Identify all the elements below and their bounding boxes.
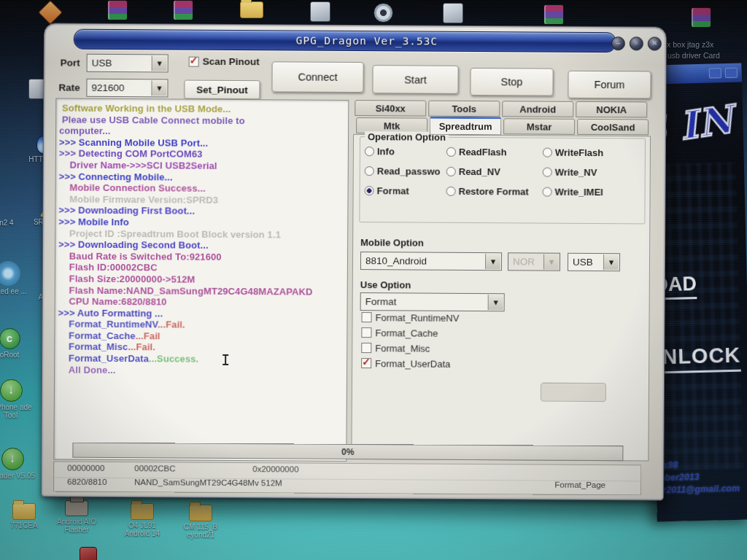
- radio-dot: [365, 147, 374, 156]
- nor-value: NOR: [513, 256, 535, 267]
- desktop-icon-label: CM 115_B eyond21: [177, 523, 225, 539]
- stop-button[interactable]: Stop: [470, 68, 553, 96]
- radio-write-imei[interactable]: Write_IMEI: [543, 187, 639, 198]
- desktop-icon[interactable]: [228, 1, 276, 18]
- minimize-button[interactable]: –: [611, 36, 625, 50]
- desktop-icon-dloader-v5-05[interactable]: ↓dloader V5.05: [0, 448, 36, 480]
- chevron-down-icon[interactable]: ▾: [151, 80, 166, 96]
- desktop-icon-bin2-4[interactable]: bin2 4: [0, 216, 28, 227]
- download-icon: ↓: [0, 379, 23, 402]
- use-option-select[interactable]: Format ▾: [360, 292, 505, 311]
- desktop-icon[interactable]: [159, 0, 207, 20]
- poster-footer-line: her2011@gmail.com: [652, 483, 740, 496]
- tab-coolsand[interactable]: CoolSand: [577, 119, 649, 136]
- checkbox-box[interactable]: [361, 343, 371, 353]
- radio-format[interactable]: Format: [365, 185, 446, 197]
- rar-icon: [107, 0, 128, 20]
- desktop-icon[interactable]: [26, 1, 74, 23]
- chevron-down-icon[interactable]: ▾: [488, 295, 503, 310]
- desktop-icon[interactable]: [530, 4, 578, 25]
- radio-label: ReadFlash: [459, 147, 507, 158]
- poster-footer-text: ons98ember2013her2011@gmail.com: [651, 459, 740, 496]
- chevron-down-icon[interactable]: ▾: [485, 254, 500, 269]
- desktop-icon[interactable]: [93, 0, 142, 20]
- checkbox-box[interactable]: [361, 358, 371, 368]
- tab-android[interactable]: Android: [502, 101, 573, 117]
- radio-info[interactable]: Info: [365, 146, 446, 158]
- radio-writeflash[interactable]: WriteFlash: [543, 147, 639, 159]
- radio-dot: [446, 167, 456, 176]
- desktop-icon[interactable]: [64, 547, 112, 560]
- desktop-icon[interactable]: [677, 7, 725, 28]
- log-text: >>> Downloading Second Boot...: [58, 239, 209, 251]
- tab-nokia[interactable]: NOKIA: [576, 101, 647, 118]
- radio-write-nv[interactable]: Write_NV: [543, 167, 639, 179]
- window-controls: – ▫ ✕: [611, 36, 662, 50]
- tab-spreadtrum[interactable]: Spreadtrum: [430, 117, 501, 136]
- desktop-icon-acked-ee-[interactable]: acked ee ...: [0, 261, 32, 295]
- disabled-action-button: [541, 383, 606, 402]
- log-output[interactable]: Software Working in the USB Mode... Plea…: [53, 98, 349, 461]
- tab-si40xx[interactable]: Si40xx: [355, 100, 426, 117]
- checkbox-format_userdata[interactable]: Format_UserData: [361, 356, 459, 371]
- mobile-port-select[interactable]: USB ▾: [568, 253, 620, 271]
- desktop-icon[interactable]: [429, 3, 477, 23]
- radio-dot: [446, 187, 456, 196]
- desktop-icon-label: acked ee ...: [0, 287, 27, 295]
- set-pinout-button[interactable]: Set_Pinout: [184, 80, 260, 100]
- photo-of-screen: HTTP InjSRSR Anbin2 4acked ee ...An X-to…: [0, 0, 747, 560]
- mobile-model-select[interactable]: 8810_Android ▾: [360, 252, 502, 271]
- checkbox-box[interactable]: [361, 327, 371, 338]
- close-button[interactable]: ✕: [648, 36, 662, 50]
- desktop-icon-android-aio-flasher[interactable]: Android AIO Flasher: [53, 500, 101, 534]
- desktop-icon-oroot[interactable]: ϲoRoot: [0, 328, 34, 359]
- radio-readflash[interactable]: ReadFlash: [446, 147, 543, 158]
- checkbox-format_cache[interactable]: Format_Cache: [361, 325, 459, 341]
- desktop-icon-label: bin2 4: [0, 219, 14, 227]
- connect-button[interactable]: Connect: [271, 61, 363, 93]
- rate-select[interactable]: 921600 ▾: [86, 79, 168, 98]
- desktop-icon[interactable]: [359, 3, 407, 23]
- radio-read-passwo[interactable]: Read_passwo: [365, 166, 446, 177]
- folder-icon: [189, 505, 212, 521]
- checkbox-format_misc[interactable]: Format_Misc: [361, 341, 459, 356]
- log-text: computer...: [59, 125, 111, 136]
- radio-read-nv[interactable]: Read_NV: [446, 166, 543, 178]
- desktop-icon-rt-phone-ade-tool[interactable]: ↓rt Phone ade Tool: [0, 379, 35, 419]
- maximize-button[interactable]: ▫: [630, 36, 643, 50]
- none-icon: [3, 216, 4, 217]
- rate-label: Rate: [58, 82, 80, 93]
- poster-titlebar-button: [709, 68, 721, 78]
- tab-tools[interactable]: Tools: [428, 101, 500, 117]
- checkbox-format_runtimenv[interactable]: Format_RuntimeNV: [361, 310, 459, 325]
- log-text: >>> Auto Formatting ...: [58, 307, 163, 319]
- radio-label: Write_IMEI: [555, 187, 603, 198]
- titlebar[interactable]: GPG_Dragon Ver_3.53C: [74, 29, 616, 53]
- desktop-icon-label: O4 JL91 Android 14: [118, 521, 166, 537]
- tab-mstar[interactable]: Mstar: [503, 118, 575, 135]
- start-button[interactable]: Start: [372, 65, 458, 94]
- status-value: 0x20000000: [252, 464, 298, 473]
- chevron-down-icon[interactable]: ▾: [152, 55, 167, 71]
- text-cursor: [222, 354, 228, 365]
- chevron-down-icon[interactable]: ▾: [603, 254, 619, 270]
- scan-pinout-checkbox[interactable]: [189, 56, 199, 66]
- forum-button[interactable]: Forum: [568, 71, 651, 99]
- desktop-icon-cm-115-b-eyond21[interactable]: CM 115_B eyond21: [177, 505, 225, 539]
- desktop-icon-771cea[interactable]: 771CEA: [0, 503, 48, 529]
- mobile-model-value: 8810_Android: [365, 255, 427, 267]
- chevron-down-icon: ▾: [543, 254, 559, 270]
- log-text: Flash Name:NAND_SamSungMT29C4G48MAZAPAKD: [58, 284, 313, 297]
- log-text: Baud Rate is Switched To:921600: [58, 250, 222, 262]
- port-select[interactable]: USB ▾: [87, 54, 169, 73]
- desktop-icon[interactable]: [296, 1, 344, 22]
- status-bar: 0000000000002CBC0x20000000 Format_Page 6…: [53, 461, 641, 495]
- rar-icon: [691, 7, 711, 28]
- log-text: Flash ID:00002CBC: [58, 262, 158, 273]
- app-orange-icon: [38, 0, 63, 25]
- radio-label: Format: [377, 185, 409, 196]
- checkbox-box[interactable]: [361, 312, 371, 322]
- log-text: Mobile Firmware Version:SPRD3: [58, 193, 218, 205]
- desktop-icon-o4-jl91-android-14[interactable]: O4 JL91 Android 14: [118, 503, 166, 537]
- radio-restore-format[interactable]: Restore Format: [446, 186, 543, 198]
